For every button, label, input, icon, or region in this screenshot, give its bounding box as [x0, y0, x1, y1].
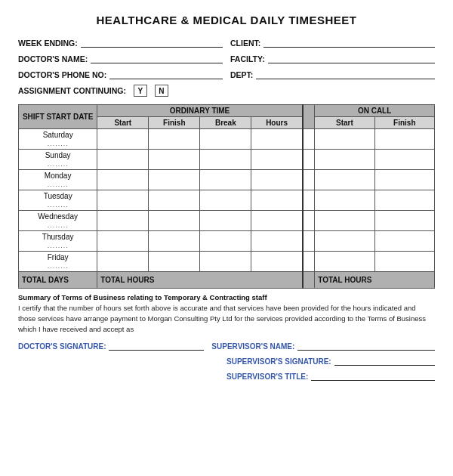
oncall-cell[interactable]	[374, 170, 434, 190]
dept-input[interactable]	[256, 69, 435, 79]
oncall-cell[interactable]	[315, 150, 374, 170]
col-oncall-header: ON CALL	[315, 105, 435, 117]
total-oncall-hours-cell: TOTAL HOURS	[315, 272, 435, 289]
assignment-label: ASSIGNMENT CONTINUING:	[18, 86, 126, 95]
oncall-cell[interactable]	[374, 129, 434, 150]
data-cell[interactable]	[251, 129, 303, 150]
oncall-cell[interactable]	[374, 150, 434, 170]
day-dots: ........	[48, 140, 69, 147]
spacer-cell	[303, 129, 315, 150]
data-cell[interactable]	[149, 252, 200, 272]
data-cell[interactable]	[251, 211, 303, 231]
oncall-cell[interactable]	[374, 252, 434, 272]
data-cell[interactable]	[97, 231, 149, 252]
client-input[interactable]	[263, 37, 435, 48]
table-row: Tuesday........	[19, 190, 435, 211]
facility-label: FACILTY:	[230, 54, 265, 63]
oncall-cell[interactable]	[374, 190, 434, 211]
doctors-name-input[interactable]	[91, 53, 223, 63]
day-name: Thursday	[42, 233, 74, 241]
table-row: Friday........	[19, 252, 435, 272]
facility-input[interactable]	[268, 53, 435, 63]
supervisor-name-input[interactable]	[297, 340, 435, 351]
oncall-cell[interactable]	[374, 231, 434, 252]
yn-y-button[interactable]: Y	[134, 85, 147, 97]
total-days-cell: TOTAL DAYS	[19, 272, 97, 289]
data-cell[interactable]	[149, 170, 200, 190]
data-cell[interactable]	[149, 129, 200, 150]
supervisor-name-label: SUPERVISOR'S NAME:	[211, 342, 294, 351]
supervisor-title-input[interactable]	[311, 370, 435, 381]
table-row: Sunday........	[19, 150, 435, 170]
day-dots: ........	[48, 160, 69, 168]
summary-text: I certify that the number of hours set f…	[18, 303, 435, 334]
col-ordinary-header: ORDINARY TIME	[97, 105, 303, 117]
day-cell: Wednesday........	[19, 211, 97, 231]
table-row: Monday........	[19, 170, 435, 190]
data-cell[interactable]	[200, 211, 251, 231]
col-shift-header: SHIFT START DATE	[19, 105, 97, 129]
doctor-sig-label: DOCTOR'S SIGNATURE:	[18, 342, 106, 351]
summary-section: Summary of Terms of Business relating to…	[18, 293, 435, 334]
spacer-col	[303, 105, 315, 129]
day-dots: ........	[48, 181, 69, 188]
sub-oncall-finish-header: Finish	[374, 117, 434, 129]
data-cell[interactable]	[97, 252, 149, 272]
day-cell: Sunday........	[19, 150, 97, 170]
table-row: Saturday........	[19, 129, 435, 150]
day-dots: ........	[48, 242, 69, 249]
data-cell[interactable]	[149, 150, 200, 170]
data-cell[interactable]	[149, 231, 200, 252]
summary-title: Summary of Terms of Business relating to…	[18, 293, 435, 301]
data-cell[interactable]	[97, 170, 149, 190]
data-cell[interactable]	[200, 252, 251, 272]
table-row: Wednesday........	[19, 211, 435, 231]
supervisor-sig-input[interactable]	[334, 355, 435, 366]
yn-n-button[interactable]: N	[155, 85, 168, 97]
day-name: Monday	[45, 172, 72, 180]
day-name: Friday	[48, 253, 69, 261]
oncall-cell[interactable]	[315, 211, 374, 231]
data-cell[interactable]	[251, 150, 303, 170]
oncall-cell[interactable]	[315, 252, 374, 272]
day-name: Sunday	[45, 151, 71, 159]
doctors-phone-input[interactable]	[109, 69, 223, 79]
data-cell[interactable]	[97, 211, 149, 231]
data-cell[interactable]	[200, 150, 251, 170]
dept-label: DEPT:	[230, 70, 253, 79]
week-ending-input[interactable]	[81, 37, 223, 48]
data-cell[interactable]	[149, 190, 200, 211]
sub-oncall-start-header: Start	[315, 117, 374, 129]
sub-hours-header: Hours	[251, 117, 303, 129]
data-cell[interactable]	[97, 150, 149, 170]
data-cell[interactable]	[251, 170, 303, 190]
spacer-cell	[303, 211, 315, 231]
data-cell[interactable]	[200, 190, 251, 211]
day-cell: Saturday........	[19, 129, 97, 150]
oncall-cell[interactable]	[315, 129, 374, 150]
oncall-cell[interactable]	[315, 170, 374, 190]
day-name: Saturday	[43, 131, 73, 139]
data-cell[interactable]	[251, 190, 303, 211]
data-cell[interactable]	[200, 231, 251, 252]
doctor-sig-input[interactable]	[109, 340, 204, 351]
oncall-cell[interactable]	[315, 190, 374, 211]
data-cell[interactable]	[200, 170, 251, 190]
client-label: CLIENT:	[230, 39, 260, 48]
data-cell[interactable]	[200, 129, 251, 150]
data-cell[interactable]	[149, 211, 200, 231]
supervisor-sig-label: SUPERVISOR'S SIGNATURE:	[226, 357, 331, 366]
data-cell[interactable]	[97, 190, 149, 211]
oncall-cell[interactable]	[374, 211, 434, 231]
doctors-name-label: DOCTOR'S NAME:	[18, 54, 88, 63]
spacer-cell	[303, 231, 315, 252]
day-cell: Thursday........	[19, 231, 97, 252]
data-cell[interactable]	[251, 252, 303, 272]
data-cell[interactable]	[97, 129, 149, 150]
sub-finish-header: Finish	[149, 117, 200, 129]
timesheet-table: SHIFT START DATE ORDINARY TIME ON CALL S…	[18, 104, 435, 289]
day-dots: ........	[48, 201, 69, 209]
data-cell[interactable]	[251, 231, 303, 252]
oncall-cell[interactable]	[315, 231, 374, 252]
day-dots: ........	[48, 262, 69, 270]
